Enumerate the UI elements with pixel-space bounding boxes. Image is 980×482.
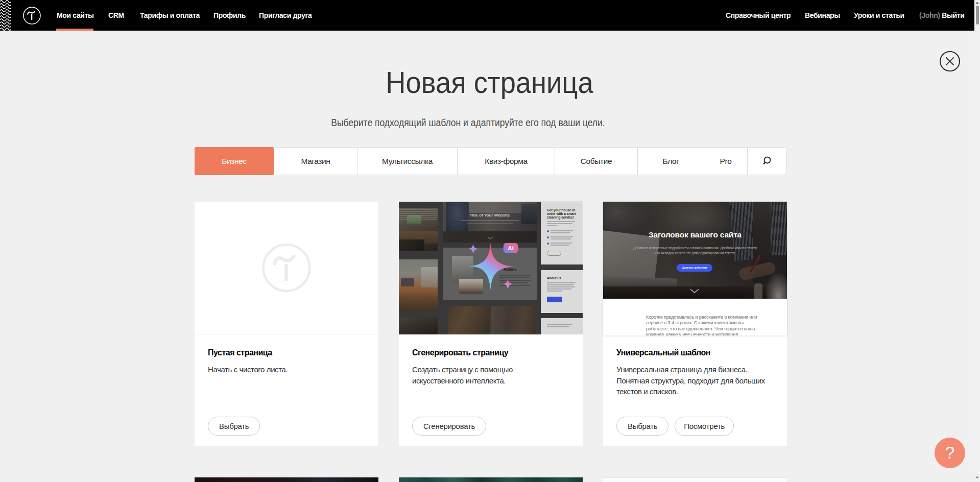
svg-text:AI: AI — [508, 245, 514, 251]
